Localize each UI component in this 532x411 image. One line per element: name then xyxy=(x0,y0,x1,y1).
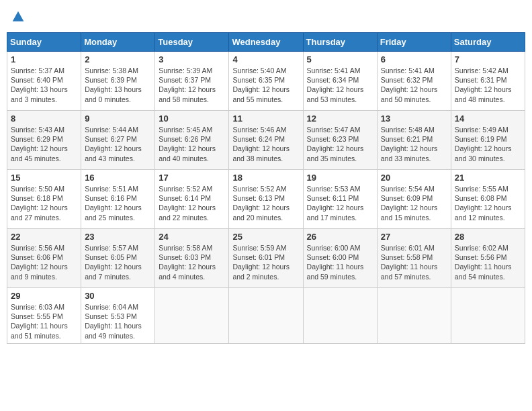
calendar-cell: 26Sunrise: 6:00 AM Sunset: 6:00 PM Dayli… xyxy=(303,229,377,288)
day-number: 20 xyxy=(381,173,447,183)
day-number: 11 xyxy=(232,113,299,124)
logo-icon xyxy=(11,10,25,24)
page-header xyxy=(7,7,525,27)
calendar-cell xyxy=(451,288,525,344)
day-info: Sunrise: 5:47 AM Sunset: 6:23 PM Dayligh… xyxy=(307,125,373,163)
day-number: 13 xyxy=(381,113,447,124)
day-info: Sunrise: 5:44 AM Sunset: 6:27 PM Dayligh… xyxy=(85,125,151,163)
calendar-cell: 5Sunrise: 5:41 AM Sunset: 6:34 PM Daylig… xyxy=(303,52,377,111)
calendar-cell: 21Sunrise: 5:55 AM Sunset: 6:08 PM Dayli… xyxy=(451,170,525,229)
calendar-cell: 12Sunrise: 5:47 AM Sunset: 6:23 PM Dayli… xyxy=(303,111,377,170)
day-number: 16 xyxy=(85,173,151,183)
day-info: Sunrise: 5:55 AM Sunset: 6:08 PM Dayligh… xyxy=(455,184,521,222)
day-info: Sunrise: 6:03 AM Sunset: 5:55 PM Dayligh… xyxy=(11,302,77,340)
calendar-cell: 4Sunrise: 5:40 AM Sunset: 6:35 PM Daylig… xyxy=(229,52,303,111)
calendar-header-row: SundayMondayTuesdayWednesdayThursdayFrid… xyxy=(7,33,525,52)
calendar-cell: 25Sunrise: 5:59 AM Sunset: 6:01 PM Dayli… xyxy=(229,229,303,288)
calendar-cell: 24Sunrise: 5:58 AM Sunset: 6:03 PM Dayli… xyxy=(155,229,229,288)
calendar-cell: 7Sunrise: 5:42 AM Sunset: 6:31 PM Daylig… xyxy=(451,52,525,111)
weekday-header-sunday: Sunday xyxy=(7,33,81,52)
calendar-cell: 1Sunrise: 5:37 AM Sunset: 6:40 PM Daylig… xyxy=(7,52,81,111)
day-info: Sunrise: 5:42 AM Sunset: 6:31 PM Dayligh… xyxy=(455,66,521,104)
calendar-cell xyxy=(377,288,451,344)
day-number: 22 xyxy=(11,232,77,242)
day-number: 26 xyxy=(307,232,373,242)
day-info: Sunrise: 5:56 AM Sunset: 6:06 PM Dayligh… xyxy=(11,243,77,281)
day-number: 12 xyxy=(307,113,373,124)
day-number: 21 xyxy=(455,173,521,183)
day-number: 2 xyxy=(85,54,151,64)
day-number: 17 xyxy=(159,173,225,183)
day-info: Sunrise: 5:54 AM Sunset: 6:09 PM Dayligh… xyxy=(381,184,447,222)
calendar-cell: 6Sunrise: 5:41 AM Sunset: 6:32 PM Daylig… xyxy=(377,52,451,111)
calendar-week-row: 22Sunrise: 5:56 AM Sunset: 6:06 PM Dayli… xyxy=(7,229,525,288)
day-info: Sunrise: 5:41 AM Sunset: 6:32 PM Dayligh… xyxy=(381,66,447,104)
day-info: Sunrise: 5:41 AM Sunset: 6:34 PM Dayligh… xyxy=(307,66,373,104)
calendar-cell: 2Sunrise: 5:38 AM Sunset: 6:39 PM Daylig… xyxy=(81,52,155,111)
day-number: 9 xyxy=(85,113,151,124)
day-info: Sunrise: 5:46 AM Sunset: 6:24 PM Dayligh… xyxy=(232,125,299,163)
day-info: Sunrise: 6:04 AM Sunset: 5:53 PM Dayligh… xyxy=(85,302,151,340)
svg-marker-0 xyxy=(13,11,24,21)
calendar-cell: 28Sunrise: 6:02 AM Sunset: 5:56 PM Dayli… xyxy=(451,229,525,288)
day-number: 5 xyxy=(307,54,373,64)
day-info: Sunrise: 5:58 AM Sunset: 6:03 PM Dayligh… xyxy=(159,243,225,281)
day-info: Sunrise: 5:40 AM Sunset: 6:35 PM Dayligh… xyxy=(232,66,299,104)
day-number: 19 xyxy=(307,173,373,183)
calendar-cell: 11Sunrise: 5:46 AM Sunset: 6:24 PM Dayli… xyxy=(229,111,303,170)
day-number: 27 xyxy=(381,232,447,242)
day-number: 29 xyxy=(11,291,77,301)
calendar-week-row: 8Sunrise: 5:43 AM Sunset: 6:29 PM Daylig… xyxy=(7,111,525,170)
calendar-cell: 22Sunrise: 5:56 AM Sunset: 6:06 PM Dayli… xyxy=(7,229,81,288)
calendar-cell: 3Sunrise: 5:39 AM Sunset: 6:37 PM Daylig… xyxy=(155,52,229,111)
day-info: Sunrise: 5:48 AM Sunset: 6:21 PM Dayligh… xyxy=(381,125,447,163)
calendar-cell: 15Sunrise: 5:50 AM Sunset: 6:18 PM Dayli… xyxy=(7,170,81,229)
weekday-header-friday: Friday xyxy=(377,33,451,52)
logo xyxy=(10,10,25,24)
day-number: 28 xyxy=(455,232,521,242)
day-number: 10 xyxy=(159,113,225,124)
day-number: 18 xyxy=(232,173,299,183)
day-number: 30 xyxy=(85,291,151,301)
calendar-cell: 16Sunrise: 5:51 AM Sunset: 6:16 PM Dayli… xyxy=(81,170,155,229)
weekday-header-saturday: Saturday xyxy=(451,33,525,52)
day-number: 25 xyxy=(232,232,299,242)
day-number: 8 xyxy=(11,113,77,124)
day-number: 24 xyxy=(159,232,225,242)
day-info: Sunrise: 5:39 AM Sunset: 6:37 PM Dayligh… xyxy=(159,66,225,104)
calendar-cell xyxy=(229,288,303,344)
calendar-cell xyxy=(303,288,377,344)
weekday-header-wednesday: Wednesday xyxy=(229,33,303,52)
weekday-header-monday: Monday xyxy=(81,33,155,52)
calendar-cell: 8Sunrise: 5:43 AM Sunset: 6:29 PM Daylig… xyxy=(7,111,81,170)
day-number: 23 xyxy=(85,232,151,242)
calendar-cell: 20Sunrise: 5:54 AM Sunset: 6:09 PM Dayli… xyxy=(377,170,451,229)
weekday-header-tuesday: Tuesday xyxy=(155,33,229,52)
calendar-cell: 27Sunrise: 6:01 AM Sunset: 5:58 PM Dayli… xyxy=(377,229,451,288)
day-number: 1 xyxy=(11,54,77,64)
day-info: Sunrise: 5:49 AM Sunset: 6:19 PM Dayligh… xyxy=(455,125,521,163)
day-number: 15 xyxy=(11,173,77,183)
day-number: 4 xyxy=(232,54,299,64)
calendar-cell xyxy=(155,288,229,344)
calendar-cell: 17Sunrise: 5:52 AM Sunset: 6:14 PM Dayli… xyxy=(155,170,229,229)
day-number: 3 xyxy=(159,54,225,64)
calendar-cell: 23Sunrise: 5:57 AM Sunset: 6:05 PM Dayli… xyxy=(81,229,155,288)
calendar-table: SundayMondayTuesdayWednesdayThursdayFrid… xyxy=(7,32,525,344)
day-number: 14 xyxy=(455,113,521,124)
calendar-cell: 9Sunrise: 5:44 AM Sunset: 6:27 PM Daylig… xyxy=(81,111,155,170)
day-info: Sunrise: 5:57 AM Sunset: 6:05 PM Dayligh… xyxy=(85,243,151,281)
day-info: Sunrise: 5:43 AM Sunset: 6:29 PM Dayligh… xyxy=(11,125,77,163)
day-info: Sunrise: 6:02 AM Sunset: 5:56 PM Dayligh… xyxy=(455,243,521,281)
calendar-cell: 29Sunrise: 6:03 AM Sunset: 5:55 PM Dayli… xyxy=(7,288,81,344)
calendar-week-row: 29Sunrise: 6:03 AM Sunset: 5:55 PM Dayli… xyxy=(7,288,525,344)
calendar-cell: 19Sunrise: 5:53 AM Sunset: 6:11 PM Dayli… xyxy=(303,170,377,229)
calendar-cell: 18Sunrise: 5:52 AM Sunset: 6:13 PM Dayli… xyxy=(229,170,303,229)
day-number: 6 xyxy=(381,54,447,64)
weekday-header-thursday: Thursday xyxy=(303,33,377,52)
day-info: Sunrise: 5:38 AM Sunset: 6:39 PM Dayligh… xyxy=(85,66,151,104)
day-info: Sunrise: 5:37 AM Sunset: 6:40 PM Dayligh… xyxy=(11,66,77,104)
day-info: Sunrise: 6:00 AM Sunset: 6:00 PM Dayligh… xyxy=(307,243,373,281)
calendar-cell: 30Sunrise: 6:04 AM Sunset: 5:53 PM Dayli… xyxy=(81,288,155,344)
day-info: Sunrise: 5:52 AM Sunset: 6:13 PM Dayligh… xyxy=(232,184,299,222)
